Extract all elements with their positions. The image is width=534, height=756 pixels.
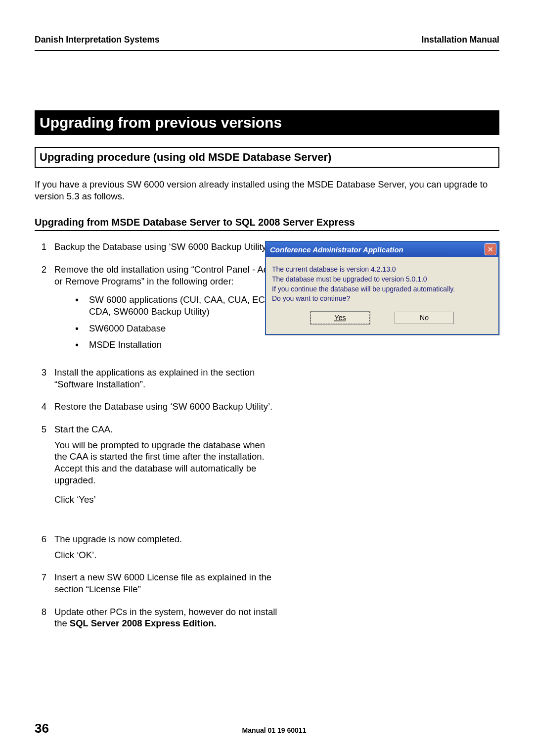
bullet-item: SW6000 Database [75,323,279,334]
step-text: The upgrade is now completed. [54,533,279,545]
upgrade-dialog: Conference Administrator Application ✕ T… [265,241,499,335]
step-number: 3 [35,367,46,390]
step-number: 7 [35,571,46,595]
step-text: Install the applications as explained in… [54,367,279,390]
step-number: 1 [35,241,46,253]
intro-paragraph: If you have a previous SW 6000 version a… [35,179,499,202]
header-rule [35,50,499,51]
close-icon[interactable]: ✕ [485,243,496,255]
step-text: Remove the old installation using “Contr… [54,264,279,287]
header-left: Danish Interpretation Systems [35,35,160,45]
yes-button[interactable]: Yes [311,312,370,325]
step-text: Start the CAA. [54,424,279,435]
dialog-title: Conference Administrator Application [270,245,403,254]
step-3: 3 Install the applications as explained … [35,367,279,390]
dialog-line: The current database is version 4.2.13.0 [272,265,492,275]
dialog-line: Do you want to continue? [272,294,492,304]
step-1: 1 Backup the Database using ‘SW 6000 Bac… [35,241,279,253]
subsection2-title: Upgrading from MSDE Database Server to S… [35,217,499,231]
step-5: 5 Start the CAA. You will be prompted to… [35,424,279,506]
footer-manual-id: Manual 01 19 60011 [49,726,499,734]
dialog-line: The database must be upgraded to version… [272,275,492,284]
no-button[interactable]: No [395,312,454,325]
step-number: 8 [35,606,46,629]
step-text: Insert a new SW 6000 License file as exp… [54,571,279,595]
step-number: 6 [35,533,46,561]
dialog-line: If you continue the database will be upg… [272,284,492,294]
bullet-item: MSDE Installation [75,339,279,351]
page-number: 36 [35,721,49,736]
step-extra: Click ‘Yes’ [54,494,279,506]
step-text: Backup the Database using ‘SW 6000 Backu… [54,241,279,253]
step-7: 7 Insert a new SW 6000 License file as e… [35,571,279,595]
step-2: 2 Remove the old installation using “Con… [35,264,279,356]
header-right: Installation Manual [421,35,499,45]
step-8: 8 Update other PCs in the system, howeve… [35,606,279,629]
step-number: 5 [35,424,46,506]
bullet-item: SW 6000 applications (CUI, CAA, CUA, ECA… [75,294,279,317]
step-number: 4 [35,401,46,413]
step-text-bold: SQL Server 2008 Express Edition. [70,618,217,628]
step-text: Restore the Database using ‘SW 6000 Back… [54,401,279,413]
step-number: 2 [35,264,46,356]
step-4: 4 Restore the Database using ‘SW 6000 Ba… [35,401,279,413]
step-extra: You will be prompted to upgrade the data… [54,439,279,486]
step-extra: Click ‘OK’. [54,549,279,561]
subsection-title: Upgrading procedure (using old MSDE Data… [35,147,499,168]
section-title: Upgrading from previous versions [35,110,499,135]
step-6: 6 The upgrade is now completed. Click ‘O… [35,533,279,561]
